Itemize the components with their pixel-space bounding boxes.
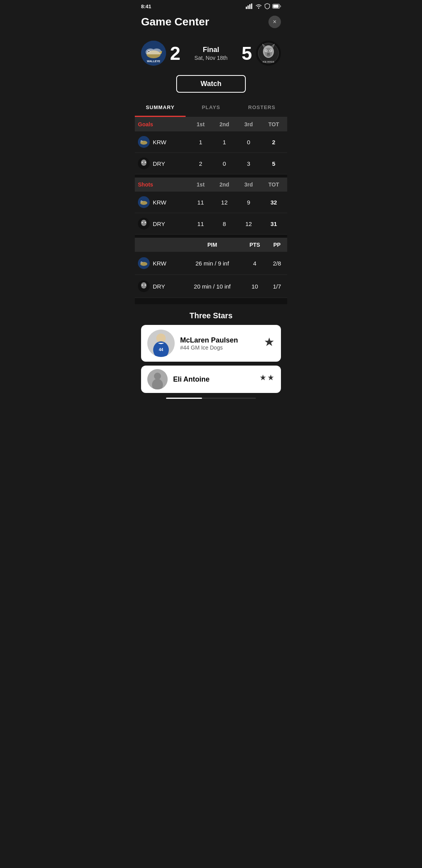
scroll-indicator	[166, 398, 256, 399]
goals-col-tot: TOT	[260, 117, 287, 131]
shots-krw-team: KRW	[135, 192, 190, 213]
status-bar: 8:41	[135, 0, 287, 11]
goals-col-2nd: 2nd	[212, 117, 237, 131]
krw-pp: 2/8	[267, 252, 287, 275]
dry-mini-logo-2	[138, 218, 150, 230]
pim-table: PIM PTS PP KRW 26 min / 9 inf 4 2/8	[135, 238, 287, 298]
svg-point-49	[145, 285, 146, 286]
svg-point-33	[145, 162, 146, 163]
svg-text:WALLEYE: WALLEYE	[147, 60, 160, 63]
dry-pim: 20 min / 10 inf	[182, 275, 243, 298]
goals-col-3rd: 3rd	[237, 117, 260, 131]
pim-col-pts: PTS	[243, 238, 266, 252]
tab-rosters[interactable]: ROSTERS	[236, 99, 287, 117]
krw-mini-logo-3	[138, 257, 150, 269]
svg-rect-0	[246, 7, 247, 9]
battery-icon	[272, 4, 281, 9]
shots-row-krw: KRW 11 12 9 32	[135, 192, 287, 213]
svg-text:ICE DOGS: ICE DOGS	[263, 61, 274, 63]
away-team: 5 ICE DOG	[241, 41, 281, 66]
tab-plays[interactable]: PLAYS	[186, 99, 236, 117]
divider-2	[135, 235, 287, 238]
dry-pts: 10	[243, 275, 266, 298]
star-2-name: Eli Antoine	[173, 375, 254, 384]
pim-row-dry: DRY 20 min / 10 inf 10 1/7	[135, 275, 287, 298]
svg-point-37	[141, 201, 142, 202]
divider-3	[135, 298, 287, 304]
goals-col-1st: 1st	[190, 117, 212, 131]
star-card-1[interactable]: 44 McLaren Paulsen #44 GM Ice Dogs	[141, 325, 281, 362]
wifi-icon	[255, 4, 262, 9]
svg-point-48	[142, 285, 143, 286]
goals-header-row: Goals 1st 2nd 3rd TOT	[135, 117, 287, 131]
shots-table: Shots 1st 2nd 3rd TOT KRW 11 12 9 32	[135, 178, 287, 235]
svg-point-24	[267, 53, 270, 55]
krw-mini-logo	[138, 136, 150, 148]
dry-mini-logo	[138, 158, 150, 169]
shots-row-dry: DRY 11 8 12 31	[135, 213, 287, 235]
home-team: WALLEYE 2	[141, 41, 181, 66]
svg-point-55	[154, 373, 161, 380]
star-1-name: McLaren Paulsen	[180, 336, 258, 344]
star-card-2[interactable]: Eli Antoine	[141, 366, 281, 393]
pim-col-pp: PP	[267, 238, 287, 252]
svg-point-22	[266, 50, 267, 52]
away-team-score: 5	[241, 43, 252, 64]
svg-point-23	[270, 50, 272, 52]
svg-rect-2	[249, 4, 250, 9]
goals-table: Goals 1st 2nd 3rd TOT KRW 1 1 0 2	[135, 117, 287, 174]
shots-col-2nd: 2nd	[212, 178, 237, 192]
pim-row-krw: KRW 26 min / 9 inf 4 2/8	[135, 252, 287, 275]
shots-col-tot: TOT	[260, 178, 287, 192]
svg-rect-1	[248, 5, 249, 9]
watch-button[interactable]: Watch	[176, 75, 245, 93]
svg-point-29	[141, 141, 142, 142]
svg-rect-3	[251, 4, 252, 9]
star-1-info: McLaren Paulsen #44 GM Ice Dogs	[180, 336, 258, 351]
shots-title: Shots	[135, 178, 190, 192]
star-2-info: Eli Antoine	[173, 375, 254, 384]
krw-pts: 4	[243, 252, 266, 275]
svg-point-40	[142, 222, 143, 223]
signal-icon	[246, 4, 253, 9]
header: Game Center ×	[135, 11, 287, 34]
score-section: WALLEYE 2 Final Sat, Nov 18th 5	[135, 34, 287, 72]
three-stars-title: Three Stars	[135, 304, 287, 325]
close-button[interactable]: ×	[268, 16, 281, 28]
krw-mini-logo-2	[138, 196, 150, 208]
dry-pp: 1/7	[267, 275, 287, 298]
svg-point-4	[258, 8, 259, 9]
game-info: Final Sat, Nov 18th	[181, 46, 242, 61]
star-1-avatar: 44	[147, 330, 175, 357]
away-team-logo: ICE DOGS	[256, 41, 281, 66]
goals-title: Goals	[135, 117, 190, 131]
shots-dry-team: DRY	[135, 213, 190, 235]
tab-summary[interactable]: SUMMARY	[135, 99, 186, 117]
star-2-icon	[259, 374, 275, 385]
home-team-logo: WALLEYE	[141, 41, 166, 66]
svg-text:44: 44	[159, 348, 163, 352]
goals-dry-team: DRY	[135, 153, 190, 174]
goals-row-krw: KRW 1 1 0 2	[135, 131, 287, 153]
svg-point-32	[142, 162, 143, 163]
watch-section: Watch	[135, 72, 287, 99]
goals-row-dry: DRY 2 0 3 5	[135, 153, 287, 174]
home-team-score: 2	[170, 43, 181, 64]
divider-1	[135, 174, 287, 178]
star-1-icon	[264, 337, 275, 350]
pim-col-pim: PIM	[182, 238, 243, 252]
shots-col-1st: 1st	[190, 178, 212, 192]
status-icons	[246, 3, 281, 9]
star-2-avatar	[147, 369, 168, 389]
shield-icon	[265, 3, 270, 9]
goals-krw-team: KRW	[135, 131, 190, 153]
star-1-detail: #44 GM Ice Dogs	[180, 344, 258, 351]
status-time: 8:41	[141, 4, 151, 9]
stats-section: Goals 1st 2nd 3rd TOT KRW 1 1 0 2	[135, 117, 287, 298]
shots-col-3rd: 3rd	[237, 178, 260, 192]
game-status: Final	[188, 46, 234, 54]
tabs-bar: SUMMARY PLAYS ROSTERS	[135, 99, 287, 117]
svg-point-41	[145, 222, 146, 223]
page-title: Game Center	[141, 16, 209, 28]
krw-pim: 26 min / 9 inf	[182, 252, 243, 275]
